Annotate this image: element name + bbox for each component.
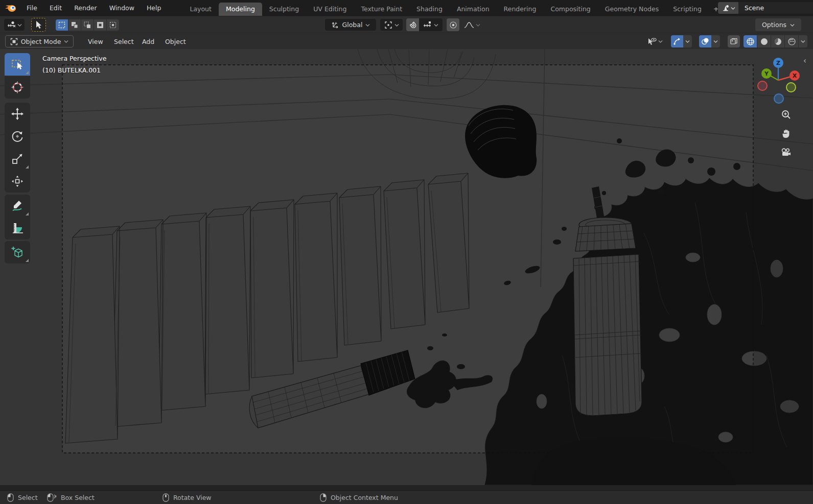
falloff-curve-icon [464, 21, 474, 29]
tool-annotate[interactable] [5, 195, 30, 217]
transform-icon [11, 175, 24, 188]
tab-rendering[interactable]: Rendering [497, 3, 544, 16]
material-preview-shading-icon [774, 37, 782, 46]
tab-geometry-nodes[interactable]: Geometry Nodes [598, 3, 666, 16]
tool-transform[interactable] [5, 170, 30, 193]
blender-window: File Edit Render Window Help Layout Mode… [0, 0, 813, 504]
overlays-dropdown[interactable] [711, 35, 720, 47]
menu-view[interactable]: View [83, 36, 108, 47]
scene-selector: Scene [718, 2, 813, 14]
chevron-down-icon [476, 23, 480, 27]
scene-browse-button[interactable] [718, 2, 738, 14]
navigation-axis-gizmo[interactable]: Z Y X [744, 53, 800, 109]
pivot-point-dropdown[interactable] [380, 19, 403, 31]
menu-select[interactable]: Select [109, 36, 139, 47]
menu-edit[interactable]: Edit [43, 2, 68, 14]
menu-window[interactable]: Window [103, 2, 141, 14]
select-mode-set-button[interactable] [56, 19, 68, 31]
tab-sculpting[interactable]: Sculpting [262, 3, 306, 16]
select-mode-extend-button[interactable] [68, 19, 81, 31]
active-tool-preview-button[interactable] [31, 18, 46, 32]
chevron-down-icon [365, 23, 370, 27]
tool-cursor[interactable] [5, 76, 30, 99]
transform-orientation-dropdown[interactable]: Global [325, 19, 376, 31]
tab-shading[interactable]: Shading [409, 3, 450, 16]
viewport-zoom-button[interactable] [780, 108, 792, 121]
menu-help[interactable]: Help [141, 2, 168, 14]
menu-render[interactable]: Render [68, 2, 103, 14]
select-mode-invert-button[interactable] [94, 19, 106, 31]
axis-neg-y-handle[interactable] [786, 83, 796, 92]
show-overlays-toggle[interactable] [699, 35, 711, 47]
snap-with-dropdown[interactable] [419, 18, 443, 31]
proportional-editing-toggle[interactable] [447, 18, 459, 31]
object-visibility-dropdown[interactable] [643, 35, 667, 47]
menu-object[interactable]: Object [160, 36, 191, 47]
tab-uv-editing[interactable]: UV Editing [306, 3, 354, 16]
tool-move[interactable] [5, 103, 30, 125]
tool-rotate[interactable] [5, 125, 30, 148]
axis-neg-z-handle[interactable] [774, 94, 783, 103]
proportional-editing-icon [449, 21, 457, 29]
tab-texture-paint[interactable]: Texture Paint [354, 3, 409, 16]
tool-select-box[interactable] [5, 53, 30, 76]
menu-add[interactable]: Add [137, 36, 159, 47]
orientation-value: Global [342, 21, 363, 29]
viewport-pan-button[interactable] [780, 127, 792, 139]
select-invert-icon [96, 21, 104, 29]
chevron-down-icon [64, 40, 68, 43]
status-label: Rotate View [173, 494, 212, 501]
blender-logo-icon[interactable] [5, 4, 16, 12]
annotate-pen-icon [11, 199, 24, 212]
viewport-header: Object Mode View Select Add Object [0, 33, 813, 49]
status-keymap-rotate-view: Rotate View [162, 491, 212, 504]
show-gizmo-toggle[interactable] [671, 35, 683, 47]
select-mode-subtract-button[interactable] [81, 19, 94, 31]
menu-file[interactable]: File [20, 2, 43, 14]
tab-scripting[interactable]: Scripting [666, 3, 709, 16]
mode-selector-dropdown[interactable]: Object Mode [5, 35, 74, 47]
shading-rendered-button[interactable] [785, 35, 798, 47]
status-keymap-select: Select [7, 491, 38, 504]
tab-layout[interactable]: Layout [182, 3, 219, 16]
select-box-icon [11, 58, 24, 71]
mouse-left-button-icon [7, 493, 14, 502]
mode-value: Object Mode [21, 38, 61, 45]
tab-animation[interactable]: Animation [450, 3, 497, 16]
3d-viewport[interactable]: Camera Perspective (10) BUTELKA.001 [0, 49, 813, 485]
workspace-tabs: Layout Modeling Sculpting UV Editing Tex… [182, 0, 723, 16]
rotate-icon [11, 130, 24, 143]
camera-view-icon [781, 148, 791, 157]
shading-wireframe-button[interactable] [744, 35, 757, 47]
select-set-icon [58, 21, 66, 29]
tool-measure[interactable] [5, 217, 30, 239]
viewport-gizmos-icon [673, 37, 681, 45]
active-tool-dropdown[interactable] [4, 19, 25, 31]
viewport-canvas[interactable] [0, 49, 813, 485]
toggle-xray-button[interactable] [728, 35, 740, 47]
tool-scale[interactable] [5, 148, 30, 170]
axis-y-label: Y [764, 70, 769, 77]
tool-add-cube[interactable] [5, 241, 30, 263]
chevron-down-icon [685, 40, 690, 43]
select-mode-intersect-button[interactable] [107, 19, 119, 31]
axis-x-label: X [793, 73, 797, 79]
options-button[interactable]: Options [755, 18, 801, 31]
pan-hand-icon [781, 129, 791, 138]
active-object-label: (10) BUTELKA.001 [42, 66, 101, 74]
viewport-camera-button[interactable] [780, 146, 792, 158]
chevron-down-icon [801, 40, 805, 43]
tab-compositing[interactable]: Compositing [543, 3, 597, 16]
scene-name-field[interactable]: Scene [738, 2, 813, 14]
snap-toggle-button[interactable] [406, 18, 419, 31]
sidebar-collapse-arrow[interactable]: ‹ [803, 56, 806, 65]
shading-dropdown[interactable] [799, 35, 807, 47]
proportional-falloff-dropdown[interactable] [460, 18, 484, 31]
tab-modeling[interactable]: Modeling [219, 3, 262, 16]
shading-solid-button[interactable] [757, 35, 771, 47]
toggle-xray-icon [730, 37, 738, 45]
axis-neg-x-handle[interactable] [758, 81, 767, 90]
shading-material-button[interactable] [771, 35, 784, 47]
snap-increment-icon [423, 21, 432, 29]
gizmo-dropdown[interactable] [683, 35, 692, 47]
